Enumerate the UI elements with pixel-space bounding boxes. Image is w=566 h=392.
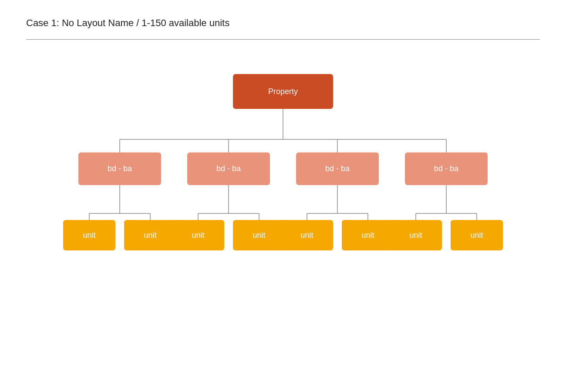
header-divider: [26, 39, 540, 40]
bd-node-4: bd - ba: [405, 152, 488, 185]
unit-node-3: unit: [172, 220, 224, 250]
root-property-node: Property: [233, 74, 333, 109]
page-title: Case 1: No Layout Name / 1-150 available…: [26, 17, 229, 29]
unit-node-1: unit: [63, 220, 115, 250]
unit-node-4: unit: [233, 220, 285, 250]
bd-node-1: bd - ba: [78, 152, 161, 185]
unit-node-8: unit: [451, 220, 503, 250]
bd-node-3: bd - ba: [296, 152, 379, 185]
unit-node-7: unit: [390, 220, 442, 250]
unit-node-2: unit: [124, 220, 176, 250]
bd-node-2: bd - ba: [187, 152, 270, 185]
unit-node-6: unit: [342, 220, 394, 250]
unit-node-5: unit: [281, 220, 333, 250]
